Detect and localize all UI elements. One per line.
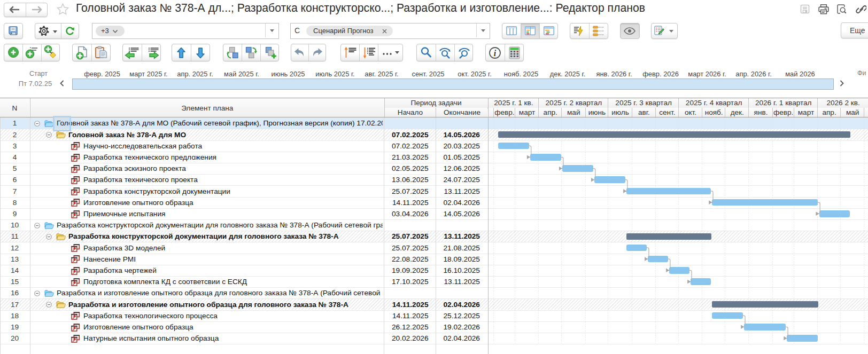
svg-text:i: i (494, 49, 497, 58)
